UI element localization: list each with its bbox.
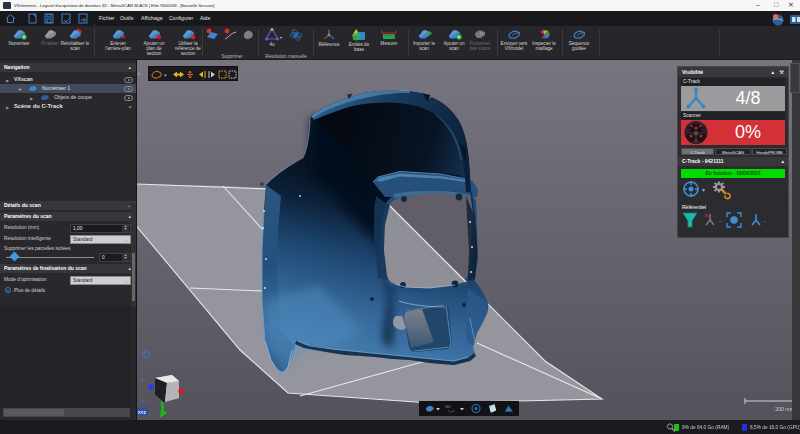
svg-text:▾: ▾ <box>702 187 705 193</box>
svg-text:▾: ▾ <box>164 72 167 78</box>
svg-text:360°: 360° <box>445 405 452 409</box>
svg-text:-: - <box>764 218 766 224</box>
svg-text:XYZ: XYZ <box>138 410 147 415</box>
svg-text:-: - <box>719 218 721 224</box>
